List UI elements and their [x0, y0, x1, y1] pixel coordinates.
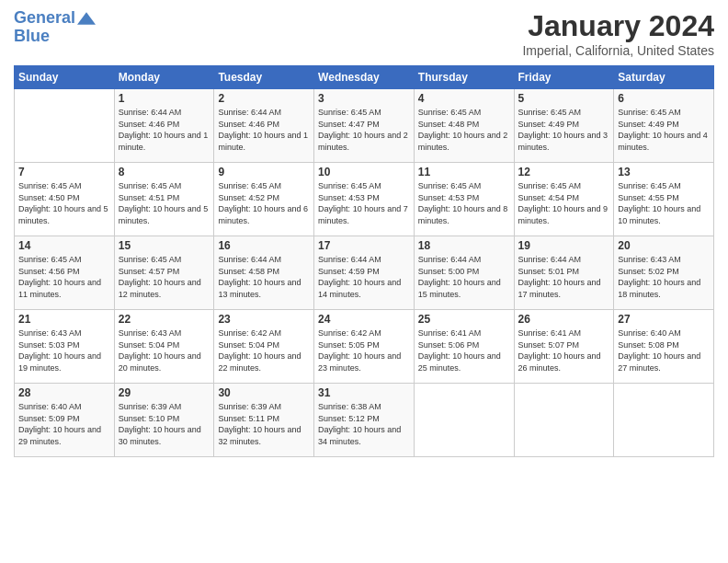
day-info: Sunrise: 6:39 AMSunset: 5:11 PMDaylight:… [218, 401, 310, 447]
calendar-table: SundayMondayTuesdayWednesdayThursdayFrid… [14, 65, 714, 457]
day-number: 15 [119, 239, 210, 252]
day-cell: 1Sunrise: 6:44 AMSunset: 4:46 PMDaylight… [114, 89, 214, 163]
day-number: 6 [618, 92, 710, 105]
day-info: Sunrise: 6:45 AMSunset: 4:53 PMDaylight:… [318, 180, 410, 226]
day-number: 11 [418, 166, 510, 178]
title-block: January 2024 Imperial, California, Unite… [522, 9, 714, 58]
logo-text2: Blue [14, 28, 96, 46]
day-cell: 23Sunrise: 6:42 AMSunset: 5:04 PMDayligh… [214, 310, 314, 384]
col-header-thursday: Thursday [414, 66, 514, 89]
day-number: 21 [18, 313, 110, 326]
day-cell: 29Sunrise: 6:39 AMSunset: 5:10 PMDayligh… [114, 384, 214, 457]
day-number: 28 [18, 386, 110, 399]
week-row-1: 1Sunrise: 6:44 AMSunset: 4:46 PMDaylight… [15, 89, 714, 163]
day-cell: 14Sunrise: 6:45 AMSunset: 4:56 PMDayligh… [15, 236, 115, 310]
day-cell: 20Sunrise: 6:43 AMSunset: 5:02 PMDayligh… [614, 236, 714, 310]
day-number: 1 [119, 92, 210, 105]
month-title: January 2024 [522, 9, 714, 43]
day-number: 8 [119, 166, 210, 178]
day-number: 5 [518, 92, 610, 105]
day-info: Sunrise: 6:45 AMSunset: 4:52 PMDaylight:… [218, 180, 310, 226]
day-cell: 25Sunrise: 6:41 AMSunset: 5:06 PMDayligh… [414, 310, 514, 384]
day-info: Sunrise: 6:40 AMSunset: 5:08 PMDaylight:… [618, 327, 710, 373]
day-number: 30 [218, 386, 310, 399]
col-header-monday: Monday [114, 66, 214, 89]
day-info: Sunrise: 6:41 AMSunset: 5:06 PMDaylight:… [418, 327, 510, 373]
day-number: 3 [318, 92, 410, 105]
day-info: Sunrise: 6:45 AMSunset: 4:50 PMDaylight:… [18, 180, 110, 226]
day-info: Sunrise: 6:44 AMSunset: 4:46 PMDaylight:… [119, 107, 210, 153]
day-info: Sunrise: 6:45 AMSunset: 4:49 PMDaylight:… [618, 107, 710, 153]
day-info: Sunrise: 6:45 AMSunset: 4:55 PMDaylight:… [618, 180, 710, 226]
day-cell [15, 89, 115, 163]
calendar-page: General Blue January 2024 Imperial, Cali… [0, 0, 728, 563]
day-cell: 24Sunrise: 6:42 AMSunset: 5:05 PMDayligh… [314, 310, 415, 384]
day-info: Sunrise: 6:45 AMSunset: 4:56 PMDaylight:… [18, 254, 110, 300]
week-row-4: 21Sunrise: 6:43 AMSunset: 5:03 PMDayligh… [15, 310, 714, 384]
day-info: Sunrise: 6:40 AMSunset: 5:09 PMDaylight:… [18, 401, 110, 447]
day-cell: 12Sunrise: 6:45 AMSunset: 4:54 PMDayligh… [514, 163, 614, 236]
day-number: 12 [518, 166, 610, 178]
logo: General Blue [14, 9, 96, 46]
day-info: Sunrise: 6:44 AMSunset: 4:58 PMDaylight:… [218, 254, 310, 300]
day-number: 25 [418, 313, 510, 326]
day-info: Sunrise: 6:45 AMSunset: 4:48 PMDaylight:… [418, 107, 510, 153]
day-number: 27 [618, 313, 710, 326]
day-number: 2 [218, 92, 310, 105]
day-cell: 28Sunrise: 6:40 AMSunset: 5:09 PMDayligh… [15, 384, 115, 457]
day-cell: 2Sunrise: 6:44 AMSunset: 4:46 PMDaylight… [214, 89, 314, 163]
day-info: Sunrise: 6:43 AMSunset: 5:04 PMDaylight:… [119, 327, 210, 373]
day-cell: 15Sunrise: 6:45 AMSunset: 4:57 PMDayligh… [114, 236, 214, 310]
day-info: Sunrise: 6:42 AMSunset: 5:04 PMDaylight:… [218, 327, 310, 373]
day-info: Sunrise: 6:43 AMSunset: 5:03 PMDaylight:… [18, 327, 110, 373]
day-info: Sunrise: 6:43 AMSunset: 5:02 PMDaylight:… [618, 254, 710, 300]
logo-text: General [14, 9, 75, 28]
day-cell: 3Sunrise: 6:45 AMSunset: 4:47 PMDaylight… [314, 89, 415, 163]
day-info: Sunrise: 6:44 AMSunset: 5:01 PMDaylight:… [518, 254, 610, 300]
day-cell [614, 384, 714, 457]
day-number: 7 [18, 166, 110, 178]
col-header-friday: Friday [514, 66, 614, 89]
day-cell: 5Sunrise: 6:45 AMSunset: 4:49 PMDaylight… [514, 89, 614, 163]
logo-icon [77, 9, 96, 28]
subtitle: Imperial, California, United States [522, 43, 714, 58]
day-cell: 17Sunrise: 6:44 AMSunset: 4:59 PMDayligh… [314, 236, 415, 310]
day-cell: 21Sunrise: 6:43 AMSunset: 5:03 PMDayligh… [15, 310, 115, 384]
day-cell: 7Sunrise: 6:45 AMSunset: 4:50 PMDaylight… [15, 163, 115, 236]
day-cell: 8Sunrise: 6:45 AMSunset: 4:51 PMDaylight… [114, 163, 214, 236]
day-number: 14 [18, 239, 110, 252]
day-info: Sunrise: 6:41 AMSunset: 5:07 PMDaylight:… [518, 327, 610, 373]
week-row-2: 7Sunrise: 6:45 AMSunset: 4:50 PMDaylight… [15, 163, 714, 236]
day-cell: 27Sunrise: 6:40 AMSunset: 5:08 PMDayligh… [614, 310, 714, 384]
day-number: 10 [318, 166, 410, 178]
day-number: 9 [218, 166, 310, 178]
day-cell: 4Sunrise: 6:45 AMSunset: 4:48 PMDaylight… [414, 89, 514, 163]
day-cell: 6Sunrise: 6:45 AMSunset: 4:49 PMDaylight… [614, 89, 714, 163]
day-cell: 11Sunrise: 6:45 AMSunset: 4:53 PMDayligh… [414, 163, 514, 236]
day-info: Sunrise: 6:44 AMSunset: 5:00 PMDaylight:… [418, 254, 510, 300]
day-number: 26 [518, 313, 610, 326]
day-number: 4 [418, 92, 510, 105]
day-number: 23 [218, 313, 310, 326]
header: General Blue January 2024 Imperial, Cali… [14, 9, 714, 58]
day-info: Sunrise: 6:42 AMSunset: 5:05 PMDaylight:… [318, 327, 410, 373]
day-number: 24 [318, 313, 410, 326]
day-info: Sunrise: 6:45 AMSunset: 4:51 PMDaylight:… [119, 180, 210, 226]
day-cell: 18Sunrise: 6:44 AMSunset: 5:00 PMDayligh… [414, 236, 514, 310]
day-cell: 9Sunrise: 6:45 AMSunset: 4:52 PMDaylight… [214, 163, 314, 236]
day-cell: 19Sunrise: 6:44 AMSunset: 5:01 PMDayligh… [514, 236, 614, 310]
col-header-tuesday: Tuesday [214, 66, 314, 89]
day-cell: 10Sunrise: 6:45 AMSunset: 4:53 PMDayligh… [314, 163, 415, 236]
day-info: Sunrise: 6:39 AMSunset: 5:10 PMDaylight:… [119, 401, 210, 447]
col-header-sunday: Sunday [15, 66, 115, 89]
day-number: 29 [119, 386, 210, 399]
day-cell: 22Sunrise: 6:43 AMSunset: 5:04 PMDayligh… [114, 310, 214, 384]
day-number: 18 [418, 239, 510, 252]
day-cell: 16Sunrise: 6:44 AMSunset: 4:58 PMDayligh… [214, 236, 314, 310]
day-number: 17 [318, 239, 410, 252]
day-info: Sunrise: 6:45 AMSunset: 4:53 PMDaylight:… [418, 180, 510, 226]
day-cell: 30Sunrise: 6:39 AMSunset: 5:11 PMDayligh… [214, 384, 314, 457]
day-info: Sunrise: 6:45 AMSunset: 4:49 PMDaylight:… [518, 107, 610, 153]
day-info: Sunrise: 6:45 AMSunset: 4:54 PMDaylight:… [518, 180, 610, 226]
day-number: 16 [218, 239, 310, 252]
